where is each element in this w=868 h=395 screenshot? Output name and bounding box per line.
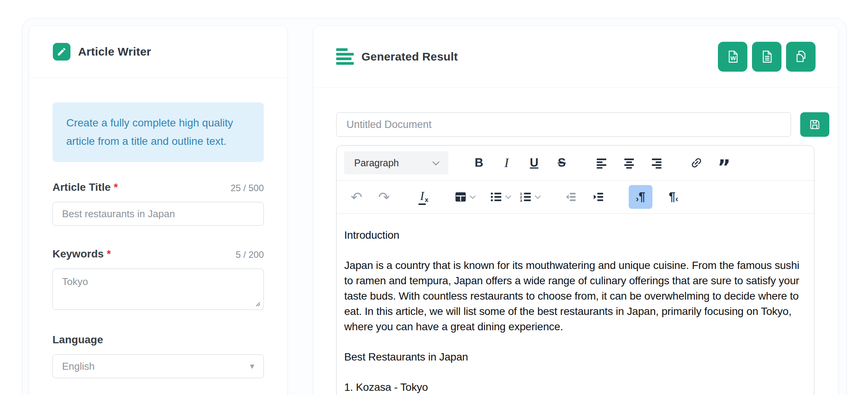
italic-button[interactable]: I xyxy=(497,153,516,173)
toolbar-row-1: Paragraph B I U S xyxy=(337,146,814,180)
result-lines-icon xyxy=(336,48,354,65)
link-icon xyxy=(690,156,703,169)
table-icon xyxy=(454,191,467,203)
copy-icon xyxy=(794,49,808,64)
article-title-input[interactable] xyxy=(52,202,264,226)
panel-title: Generated Result xyxy=(361,50,458,63)
export-word-button[interactable]: W xyxy=(718,42,747,72)
text-file-icon xyxy=(760,49,774,64)
align-right-button[interactable] xyxy=(647,153,666,173)
article-title-label: Article Title* xyxy=(52,181,118,193)
article-writer-header: Article Writer xyxy=(29,26,287,78)
text-direction-rtl-button[interactable]: ¶‹ xyxy=(662,185,685,209)
paragraph-style-select[interactable]: Paragraph xyxy=(344,151,448,174)
editor-content-area[interactable]: Introduction Japan is a country that is … xyxy=(337,214,814,395)
underline-icon: U xyxy=(530,156,538,170)
language-label: Language xyxy=(52,334,103,346)
svg-text:3: 3 xyxy=(520,198,522,203)
editor-paragraph: 1. Kozasa - Tokyo xyxy=(344,380,806,395)
undo-icon: ↶ xyxy=(351,189,362,205)
export-buttons-group: W xyxy=(718,42,816,72)
align-center-icon xyxy=(623,157,635,169)
required-asterisk: * xyxy=(107,248,111,260)
toolbar-row-2: ↶ ↷ Ix xyxy=(337,180,814,214)
article-writer-panel: Article Writer Create a fully complete h… xyxy=(29,25,288,395)
link-button[interactable] xyxy=(687,153,706,173)
chevron-down-icon xyxy=(505,193,512,199)
chevron-down-icon xyxy=(470,193,476,199)
outdent-icon xyxy=(564,191,577,203)
resize-grip-icon[interactable] xyxy=(255,301,261,307)
bullet-list-icon xyxy=(490,191,502,203)
pilcrow-ltr-icon: ¶ xyxy=(639,190,645,204)
generated-result-header: Generated Result W xyxy=(314,26,838,88)
document-title-input[interactable] xyxy=(336,112,791,137)
indent-button[interactable] xyxy=(589,187,607,207)
align-center-button[interactable] xyxy=(620,153,638,173)
align-left-button[interactable] xyxy=(592,153,611,173)
text-direction-ltr-button[interactable]: ›¶ xyxy=(629,185,652,209)
bold-button[interactable]: B xyxy=(470,153,488,173)
generated-result-panel: Generated Result W xyxy=(313,25,839,395)
undo-button[interactable]: ↶ xyxy=(347,187,366,207)
save-icon xyxy=(809,118,821,131)
outdent-button[interactable] xyxy=(561,187,580,207)
chevron-down-icon xyxy=(535,193,541,199)
strikethrough-button[interactable]: S xyxy=(553,153,571,173)
panel-title: Article Writer xyxy=(78,45,151,58)
required-asterisk: * xyxy=(114,181,118,193)
editor-paragraph: Introduction xyxy=(344,228,806,243)
redo-icon: ↷ xyxy=(378,189,390,205)
indent-icon xyxy=(592,191,604,203)
numbered-list-button[interactable]: 1 2 3 xyxy=(520,187,540,207)
rtl-arrow: ‹ xyxy=(675,194,678,204)
pencil-icon xyxy=(53,43,70,61)
article-title-counter: 25 / 500 xyxy=(230,183,264,193)
editor-paragraph: Best Restaurants in Japan xyxy=(344,349,806,365)
copy-button[interactable] xyxy=(786,42,816,72)
italic-icon: I xyxy=(504,156,508,170)
save-document-button[interactable] xyxy=(800,112,829,137)
keywords-textarea[interactable]: Tokyo xyxy=(52,269,264,310)
keywords-label: Keywords* xyxy=(52,248,111,260)
quote-icon: ” xyxy=(718,155,731,171)
word-file-icon: W xyxy=(726,49,740,64)
bold-icon: B xyxy=(475,156,483,170)
underline-button[interactable]: U xyxy=(525,153,543,173)
clear-formatting-button[interactable]: Ix xyxy=(415,187,433,207)
align-left-icon xyxy=(596,157,607,169)
strikethrough-icon: S xyxy=(558,156,566,170)
rich-text-editor: Paragraph B I U S xyxy=(336,145,814,395)
insert-table-button[interactable] xyxy=(454,187,475,207)
align-right-icon xyxy=(651,157,662,169)
editor-paragraph: Japan is a country that is known for its… xyxy=(344,258,806,334)
keywords-counter: 5 / 200 xyxy=(236,249,264,260)
bullet-list-button[interactable] xyxy=(490,187,510,207)
redo-button[interactable]: ↷ xyxy=(375,187,393,207)
pilcrow-rtl-icon: ¶ xyxy=(669,190,675,204)
language-select[interactable]: English ▾ xyxy=(52,354,264,378)
svg-text:W: W xyxy=(730,54,736,61)
blockquote-button[interactable]: ” xyxy=(715,153,733,173)
language-selected-value: English xyxy=(62,361,95,372)
info-banner: Create a fully complete high quality art… xyxy=(52,102,264,162)
paragraph-style-value: Paragraph xyxy=(354,157,399,169)
dropdown-arrow-icon: ▾ xyxy=(250,361,254,371)
ltr-arrow: › xyxy=(636,194,639,204)
chevron-down-icon xyxy=(432,158,439,165)
numbered-list-icon: 1 2 3 xyxy=(520,191,532,203)
export-text-button[interactable] xyxy=(752,42,781,72)
